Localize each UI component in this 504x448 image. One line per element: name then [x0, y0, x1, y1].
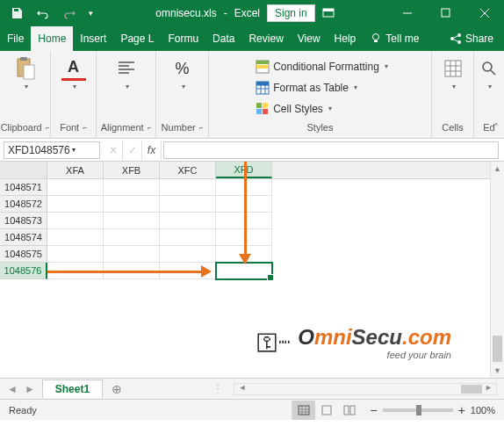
cell[interactable]	[160, 196, 216, 213]
cell-styles-label: Cell Styles	[273, 103, 323, 115]
hscroll-thumb[interactable]	[461, 385, 482, 394]
page-layout-view-button[interactable]	[315, 401, 338, 420]
scroll-thumb[interactable]	[493, 336, 502, 362]
scroll-up-button[interactable]: ▲	[491, 162, 504, 176]
cell[interactable]	[47, 196, 104, 213]
tab-insert[interactable]: Insert	[73, 26, 113, 51]
formula-input[interactable]	[163, 141, 499, 159]
tab-review[interactable]: Review	[241, 26, 290, 51]
qat-customize-button[interactable]: ▾	[84, 2, 97, 25]
close-button[interactable]	[465, 0, 504, 26]
insert-function-button[interactable]: fx	[142, 141, 162, 160]
row-header[interactable]: 1048572	[0, 196, 47, 213]
undo-button[interactable]	[32, 2, 54, 25]
cell[interactable]	[47, 229, 104, 246]
cells-button[interactable]: ▾	[437, 54, 469, 92]
zoom-in-button[interactable]: +	[458, 403, 465, 417]
sheet-tab-1[interactable]: Sheet1	[42, 379, 103, 398]
grid-body[interactable]: 1048571104857210485731048574104857510485…	[0, 179, 504, 279]
row-header[interactable]: 1048575	[0, 246, 47, 263]
font-button[interactable]: A ▾	[58, 54, 90, 92]
cell[interactable]	[104, 179, 160, 196]
page-break-view-button[interactable]	[338, 401, 361, 420]
redo-button[interactable]	[58, 2, 81, 25]
row-header[interactable]: 1048571	[0, 179, 47, 196]
name-box[interactable]: XFD1048576 ▾	[4, 141, 100, 159]
cell[interactable]	[160, 213, 216, 229]
row-header[interactable]: 1048574	[0, 229, 47, 246]
tab-home[interactable]: Home	[31, 26, 73, 51]
save-button[interactable]	[5, 2, 28, 25]
grid-row: 1048573	[0, 213, 504, 229]
zoom-level[interactable]: 100%	[471, 405, 495, 415]
cell[interactable]	[160, 179, 216, 196]
maximize-button[interactable]	[427, 0, 465, 26]
enter-formula-button[interactable]: ✓	[123, 141, 142, 160]
sheet-nav: ◄ ►	[0, 383, 42, 395]
cancel-formula-button[interactable]: ✕	[104, 141, 123, 160]
tell-me-search[interactable]: Tell me	[363, 26, 426, 51]
new-sheet-button[interactable]: ⊕	[103, 382, 131, 396]
zoom-slider[interactable]	[383, 408, 453, 412]
svg-point-5	[457, 33, 461, 37]
app-label: Excel	[234, 7, 260, 19]
cell[interactable]	[47, 246, 104, 263]
sheet-prev-button[interactable]: ◄	[7, 383, 18, 395]
fx-label: fx	[148, 144, 155, 156]
tab-file[interactable]: File	[0, 26, 31, 51]
signin-button[interactable]: Sign in	[267, 4, 315, 22]
title-bar: ▾ omnisecu.xls - Excel Sign in	[0, 0, 504, 26]
svg-rect-12	[256, 61, 269, 64]
cell[interactable]	[216, 263, 272, 279]
row-header[interactable]: 1048576	[0, 263, 47, 279]
alignment-button[interactable]: ▾	[111, 54, 142, 92]
cell[interactable]	[160, 246, 216, 263]
chevron-down-icon: ▾	[73, 83, 76, 90]
cell[interactable]	[47, 179, 104, 196]
tab-help[interactable]: Help	[328, 26, 364, 51]
number-group-label: Number	[162, 122, 196, 133]
cell[interactable]	[47, 213, 104, 229]
column-header[interactable]: XFA	[47, 162, 104, 178]
name-box-value: XFD1048576	[8, 144, 70, 156]
collapse-ribbon-button[interactable]: ˄	[493, 122, 499, 134]
format-as-table-button[interactable]: Format as Table ▾	[256, 79, 357, 97]
scroll-down-button[interactable]: ▼	[491, 364, 504, 378]
filename-label: omnisecu.xls	[155, 7, 216, 19]
tab-split-handle[interactable]: ⋮	[209, 383, 227, 395]
ribbon-display-options[interactable]	[322, 8, 335, 18]
column-header[interactable]: XFC	[160, 162, 216, 178]
minimize-button[interactable]	[388, 0, 427, 26]
vertical-scrollbar[interactable]: ▲ ▼	[490, 162, 504, 378]
cell[interactable]	[104, 229, 160, 246]
align-icon	[114, 56, 139, 81]
number-button[interactable]: % ▾	[167, 54, 198, 92]
zoom-out-button[interactable]: −	[370, 403, 377, 417]
normal-view-button[interactable]	[292, 401, 315, 420]
sheet-next-button[interactable]: ►	[25, 383, 35, 395]
conditional-formatting-button[interactable]: Conditional Formatting ▾	[256, 58, 388, 76]
horizontal-scrollbar[interactable]: ◄ ►	[234, 383, 497, 395]
tab-data[interactable]: Data	[205, 26, 241, 51]
wm-secu: Secu	[352, 325, 402, 349]
paste-button[interactable]: ▾	[10, 54, 41, 92]
ribbon: ▾ Clipboard⌐ A ▾ Font⌐ ▾ Alignment⌐ %	[0, 51, 504, 139]
cell[interactable]	[104, 196, 160, 213]
cell-styles-button[interactable]: Cell Styles ▾	[256, 100, 332, 118]
arrow-annotation-vertical	[244, 162, 247, 263]
tab-formulas[interactable]: Formu	[161, 26, 205, 51]
tab-page-layout[interactable]: Page L	[113, 26, 161, 51]
row-header[interactable]: 1048573	[0, 213, 47, 229]
cell[interactable]	[104, 246, 160, 263]
search-icon	[477, 56, 501, 81]
share-button[interactable]: Share	[439, 26, 504, 51]
editing-button[interactable]: ▾	[473, 54, 504, 92]
zoom-handle[interactable]	[416, 405, 421, 415]
svg-rect-3	[442, 9, 450, 17]
tab-view[interactable]: View	[291, 26, 328, 51]
column-header[interactable]: XFB	[104, 162, 160, 178]
cell[interactable]	[160, 229, 216, 246]
svg-rect-1	[323, 9, 334, 11]
select-all-corner[interactable]	[0, 162, 47, 178]
cell[interactable]	[104, 213, 160, 229]
